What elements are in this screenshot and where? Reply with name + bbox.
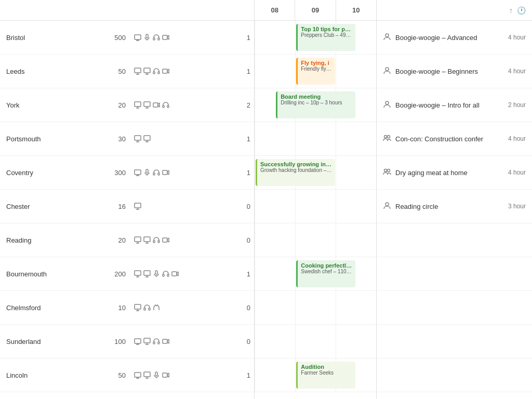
unscheduled-name: Con-con: Construction confer: [395, 135, 504, 143]
svg-rect-62: [172, 272, 177, 276]
room-equipment: [130, 169, 208, 176]
room-capacity: 50: [88, 68, 130, 75]
svg-rect-58: [155, 271, 157, 274]
room-sessions: 1: [208, 169, 254, 177]
svg-point-90: [388, 135, 390, 138]
schedule-row: Cooking perfectly, b Swedish chef – 110p…: [255, 257, 376, 291]
unscheduled-row[interactable]: Reading circle 3 hour: [377, 190, 532, 223]
unscheduled-row[interactable]: Boogie-woogie – Intro for all 2 hour: [377, 88, 532, 122]
session-title: Successfully growing in any b: [260, 161, 332, 167]
svg-point-93: [385, 203, 389, 206]
svg-point-91: [384, 169, 387, 171]
unscheduled-row: [377, 325, 532, 358]
session-card[interactable]: Board meeting Drilling inc – 10p – 3 hou…: [276, 91, 355, 118]
room-name: Portsmouth: [0, 135, 88, 143]
unscheduled-row[interactable]: Boogie-woogie – Advanced 4 hour: [377, 21, 532, 55]
svg-rect-50: [158, 241, 159, 243]
session-subtitle: Swedish chef – 110p – 4 hou: [301, 269, 352, 274]
session-card[interactable]: Cooking perfectly, b Swedish chef – 110p…: [296, 260, 355, 287]
svg-rect-76: [163, 339, 167, 343]
unscheduled-row[interactable]: Con-con: Construction confer 4 hour: [377, 122, 532, 156]
schedule-row: Top 10 tips for prepp Preppers Club – 49…: [255, 21, 376, 55]
room-capacity: 20: [88, 101, 130, 109]
unscheduled-section: ↑ 🕐 Boogie-woogie – Advanced 4 hour Boog…: [377, 0, 532, 399]
session-subtitle: Farmer Seeks: [301, 370, 352, 376]
unscheduled-row: [377, 291, 532, 325]
clock-icon[interactable]: 🕐: [517, 6, 526, 15]
person-icon: [383, 100, 391, 110]
session-subtitle: Growth hacking foundation – 200p – 5 ho: [260, 167, 332, 173]
schedule-section: 08 09 10 Top 10 tips for prepp Preppers …: [255, 0, 377, 399]
session-title: Fly tying, i: [301, 60, 331, 66]
table-row: Bournemouth 200 1: [0, 257, 254, 291]
svg-rect-43: [135, 237, 141, 242]
schedule-row: [255, 291, 376, 325]
time-col-09: 09: [295, 0, 336, 20]
table-row: York 20 2: [0, 88, 254, 122]
table-row: Bristol 500 1: [0, 21, 254, 55]
table-row: Reading 20 0: [0, 223, 254, 257]
svg-rect-6: [158, 38, 159, 40]
room-capacity: 10: [88, 304, 130, 312]
svg-rect-32: [135, 170, 141, 175]
room-capacity: 500: [88, 34, 130, 42]
svg-rect-35: [146, 169, 148, 173]
group-icon: [383, 134, 391, 144]
svg-rect-17: [135, 102, 141, 107]
room-equipment: [130, 68, 208, 75]
session-card[interactable]: Fly tying, i Friendly fly fis: [296, 58, 335, 85]
unscheduled-row[interactable]: Dry aging meat at home 4 hour: [377, 156, 532, 190]
unscheduled-name: Reading circle: [395, 203, 504, 210]
svg-rect-29: [144, 136, 150, 140]
time-col-10: 10: [336, 0, 376, 20]
room-sessions: 2: [208, 101, 254, 109]
room-equipment: [130, 203, 208, 210]
session-card[interactable]: Successfully growing in any b Growth hac…: [256, 159, 335, 186]
session-title: Audition: [301, 364, 352, 370]
unscheduled-row: [377, 257, 532, 291]
schedule-row: Successfully growing in any b Growth hac…: [255, 156, 376, 190]
session-subtitle: Drilling inc – 10p – 3 hours: [281, 100, 352, 105]
room-sessions: 1: [208, 270, 254, 278]
svg-rect-83: [155, 372, 157, 376]
svg-rect-63: [135, 304, 141, 309]
person-icon: [383, 66, 391, 76]
unscheduled-duration: 3 hour: [508, 203, 526, 210]
svg-rect-16: [163, 69, 167, 73]
svg-rect-5: [153, 38, 155, 40]
unscheduled-name: Boogie-woogie – Intro for all: [395, 101, 504, 109]
session-title: Board meeting: [281, 94, 352, 100]
svg-rect-74: [153, 342, 155, 344]
svg-rect-20: [144, 102, 150, 107]
svg-rect-60: [163, 274, 164, 276]
room-capacity: 30: [88, 135, 130, 143]
svg-rect-26: [135, 136, 141, 140]
sort-up-icon[interactable]: ↑: [509, 6, 513, 15]
session-title: Top 10 tips for prepp: [301, 26, 352, 32]
schedule-row: [255, 122, 376, 156]
svg-rect-15: [158, 72, 159, 74]
session-card[interactable]: Top 10 tips for prepp Preppers Club – 49…: [296, 24, 355, 51]
svg-point-88: [385, 101, 389, 104]
svg-rect-24: [163, 105, 164, 108]
svg-rect-80: [144, 372, 150, 377]
room-equipment: [130, 371, 208, 379]
svg-point-86: [385, 34, 389, 37]
unscheduled-header: ↑ 🕐: [377, 0, 532, 21]
table-row: Chelmsford 10 0: [0, 291, 254, 325]
room-sessions: 1: [208, 68, 254, 75]
room-sessions: 1: [208, 371, 254, 379]
svg-rect-14: [153, 72, 155, 74]
svg-rect-40: [135, 203, 141, 208]
svg-rect-85: [163, 373, 167, 377]
svg-rect-66: [144, 308, 145, 310]
room-equipment: [130, 101, 208, 109]
svg-rect-8: [135, 68, 141, 73]
room-name: Coventry: [0, 169, 88, 177]
session-card[interactable]: Audition Farmer Seeks: [296, 362, 355, 389]
unscheduled-row[interactable]: Boogie-woogie – Beginners 4 hour: [377, 55, 532, 88]
conference-table: Bristol 500 1 Leeds 50 1 York 20 2 Ports…: [0, 0, 255, 399]
schedule-body: Top 10 tips for prepp Preppers Club – 49…: [255, 21, 376, 399]
room-sessions: 1: [208, 135, 254, 143]
room-name: York: [0, 101, 88, 109]
